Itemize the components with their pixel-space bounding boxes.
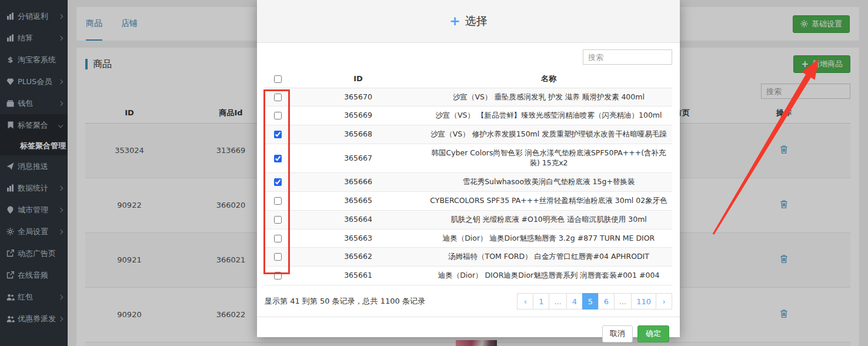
- page-ellipsis: ...: [549, 293, 566, 310]
- cancel-button[interactable]: 取消: [602, 325, 633, 342]
- page-button-5-active[interactable]: 5: [582, 293, 599, 310]
- cell-name: 沙宣（VS） 垂坠质感润发乳 护发 滋养 顺滑护发素 400ml: [425, 88, 672, 107]
- modal-header: + 选择: [257, 0, 680, 43]
- page-button-1[interactable]: 1: [533, 293, 549, 310]
- page-prev-button[interactable]: ‹: [517, 293, 533, 310]
- row-checkbox[interactable]: [274, 235, 282, 242]
- page-ellipsis: ...: [614, 293, 632, 310]
- modal-title: 选择: [465, 14, 488, 29]
- row-checkbox[interactable]: [274, 253, 282, 261]
- page-next-button[interactable]: ›: [656, 293, 672, 310]
- product-row: 365666 雪花秀Sulwhasoo致美润白气垫粉底液 15g+替换装: [265, 172, 672, 191]
- cell-id: 365670: [291, 88, 425, 107]
- product-row: 365664 肌肤之钥 光缎粉底液 #O10明亮色 适合暗沉肌肤使用 30ml: [265, 210, 672, 229]
- confirm-button[interactable]: 确定: [637, 325, 669, 342]
- modal-search-input[interactable]: [583, 49, 672, 65]
- table-header-row: ID 名称: [265, 70, 672, 88]
- cell-id: 365666: [291, 172, 425, 191]
- cell-name: 沙宣（VS） 【新品尝鲜】臻致光感莹润精油喷雾（闪亮精油）100ml: [425, 107, 672, 125]
- row-checkbox[interactable]: [274, 131, 282, 138]
- product-row: 365668 沙宣（VS） 修护水养发膜150ml 发质重塑护理锁水改善干枯暗哑…: [265, 125, 672, 144]
- cell-id: 365665: [291, 191, 425, 210]
- column-header-name: 名称: [425, 70, 672, 88]
- product-row: 365663 迪奥（Dior） 迪奥Dior魅惑釉唇膏 3.2g #877 TU…: [265, 229, 672, 248]
- row-checkbox[interactable]: [274, 197, 282, 205]
- cell-name: 沙宣（VS） 修护水养发膜150ml 发质重塑护理锁水改善干枯暗哑易毛躁: [425, 125, 672, 144]
- records-summary: 显示第 41 到第 50 条记录，总共 1100 条记录: [265, 296, 425, 307]
- cell-id: 365661: [291, 267, 425, 285]
- cell-id: 365668: [291, 125, 425, 144]
- product-row: 365661 迪奥（Dior） DIOR迪奥Dior魅惑唇膏系列 润唇膏套装#0…: [265, 267, 672, 285]
- app-root: 分销返利 结算 $ 淘宝客系统 PLUS会员 钱包 标签聚合: [0, 0, 868, 346]
- select-all-checkbox[interactable]: [274, 75, 282, 83]
- row-checkbox[interactable]: [274, 94, 282, 101]
- cell-name: 迪奥（Dior） 迪奥Dior魅惑釉唇膏 3.2g #877 TURN ME D…: [425, 229, 672, 248]
- page-button-110[interactable]: 110: [631, 293, 656, 310]
- modal-footer: 取消 确定: [257, 317, 680, 346]
- product-row: 365665 CYBERCOLORS SPF35 PA+++丝滑轻盈精华油粉底液…: [265, 191, 672, 210]
- select-products-modal: + 选择 ID 名称 365670 沙宣（VS） 垂坠质感润发乳 护发 滋养 顺…: [257, 0, 680, 337]
- cell-id: 365662: [291, 248, 425, 267]
- cell-name: 肌肤之钥 光缎粉底液 #O10明亮色 适合暗沉肌肤使用 30ml: [425, 210, 672, 229]
- cell-name: 汤姆福特（TOM FORD） 白金方管口红唇膏#04 APHRODIT: [425, 248, 672, 267]
- plus-icon: +: [449, 15, 460, 28]
- cell-name: 迪奥（Dior） DIOR迪奥Dior魅惑唇膏系列 润唇膏套装#001 #004: [425, 267, 672, 285]
- column-header-id: ID: [291, 70, 425, 88]
- cell-id: 365667: [291, 144, 425, 173]
- cell-name: 雪花秀Sulwhasoo致美润白气垫粉底液 15g+替换装: [425, 172, 672, 191]
- product-row: 365662 汤姆福特（TOM FORD） 白金方管口红唇膏#04 APHROD…: [265, 248, 672, 267]
- row-checkbox[interactable]: [274, 178, 282, 186]
- page-button-4[interactable]: 4: [566, 293, 583, 310]
- cell-name: CYBERCOLORS SPF35 PA+++丝滑轻盈精华油粉底液 30ml 0…: [425, 191, 672, 210]
- product-row: 365670 沙宣（VS） 垂坠质感润发乳 护发 滋养 顺滑护发素 400ml: [265, 88, 672, 107]
- modal-product-table: ID 名称 365670 沙宣（VS） 垂坠质感润发乳 护发 滋养 顺滑护发素 …: [265, 70, 672, 285]
- cell-id: 365669: [291, 107, 425, 125]
- row-checkbox[interactable]: [274, 112, 282, 119]
- row-checkbox[interactable]: [274, 155, 282, 162]
- cell-name: 韩国Cyber Colors尚智色彩 润色水漾气垫粉底液SPF50PA+++(含…: [425, 144, 672, 173]
- row-checkbox[interactable]: [274, 216, 282, 224]
- product-row: 365667 韩国Cyber Colors尚智色彩 润色水漾气垫粉底液SPF50…: [265, 144, 672, 173]
- product-row: 365669 沙宣（VS） 【新品尝鲜】臻致光感莹润精油喷雾（闪亮精油）100m…: [265, 107, 672, 125]
- cell-id: 365663: [291, 229, 425, 248]
- row-checkbox[interactable]: [274, 272, 282, 280]
- page-button-6[interactable]: 6: [598, 293, 615, 310]
- pagination: ‹ 1 ... 4 5 6 ... 110 ›: [518, 293, 672, 310]
- cell-id: 365664: [291, 210, 425, 229]
